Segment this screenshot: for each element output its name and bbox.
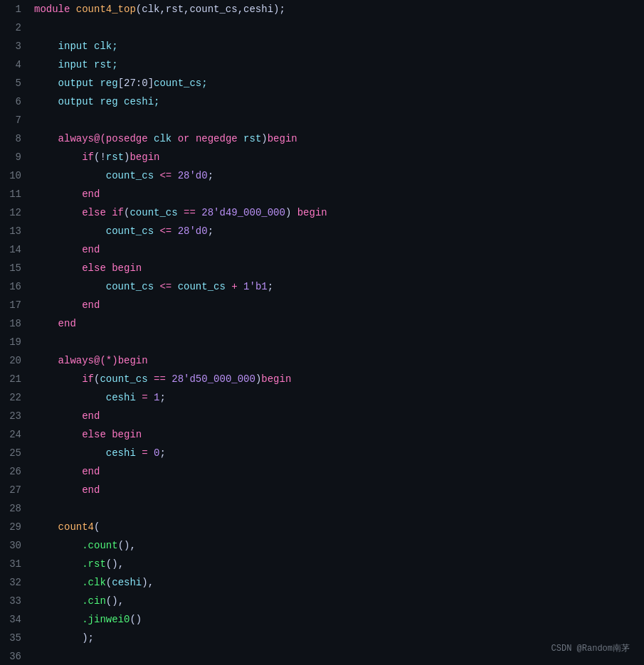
- code-token: count_cs: [34, 281, 159, 292]
- code-token: count_cs: [100, 373, 154, 385]
- code-token: output: [34, 96, 100, 107]
- code-token: ==: [184, 207, 201, 218]
- code-line: 24 else begin: [0, 425, 644, 444]
- line-number: 31: [0, 555, 30, 573]
- code-line: 15 else begin: [0, 259, 644, 277]
- code-line: 20 always@(*)begin: [0, 351, 644, 370]
- line-number: 28: [0, 499, 30, 518]
- code-line: 5 output reg[27:0]count_cs;: [0, 74, 644, 92]
- code-line: 6 output reg ceshi;: [0, 92, 644, 111]
- line-content: .count(),: [30, 536, 644, 555]
- code-line: 27 end: [0, 481, 644, 499]
- code-token: ceshi: [34, 392, 142, 403]
- code-line: 16 count_cs <= count_cs + 1'b1;: [0, 277, 644, 296]
- line-content: else begin: [30, 259, 644, 277]
- code-token: ceshi;: [124, 96, 159, 107]
- line-content: end: [30, 296, 644, 314]
- code-token: (!: [94, 151, 106, 163]
- code-token: 28'd50_000_000: [171, 373, 255, 385]
- code-token: 1'b1: [243, 281, 268, 292]
- code-token: @(*): [94, 355, 118, 366]
- code-token: or: [178, 133, 196, 144]
- code-line: 25 ceshi = 0;: [0, 444, 644, 462]
- line-number: 17: [0, 296, 30, 314]
- code-token: (: [94, 521, 100, 533]
- line-number: 26: [0, 462, 30, 481]
- code-token: .jinwei0: [34, 614, 130, 625]
- line-number: 4: [0, 55, 30, 74]
- code-token: .rst: [34, 558, 106, 570]
- line-content: module count4_top(clk,rst,count_cs,ceshi…: [30, 0, 644, 18]
- code-token: end: [34, 244, 100, 255]
- code-line: 30 .count(),: [0, 536, 644, 555]
- code-token: input: [34, 59, 94, 70]
- watermark: CSDN @Random南茅: [551, 639, 630, 658]
- line-number: 14: [0, 240, 30, 259]
- code-token: if: [34, 151, 94, 163]
- code-token: .cin: [34, 595, 106, 607]
- code-token: +: [231, 281, 243, 292]
- code-token: [27:0]: [118, 78, 154, 89]
- code-token: end: [34, 188, 100, 200]
- code-line: 2: [0, 18, 644, 37]
- code-lines: 1module count4_top(clk,rst,count_cs,cesh…: [0, 0, 644, 665]
- line-content: input clk;: [30, 37, 644, 55]
- code-token: ==: [154, 373, 171, 385]
- code-token: ;: [208, 225, 213, 237]
- code-token: );: [34, 632, 94, 644]
- line-content: [30, 111, 644, 129]
- code-token: count_cs: [130, 207, 184, 218]
- code-editor: 1module count4_top(clk,rst,count_cs,cesh…: [0, 0, 644, 665]
- code-token: negedge: [196, 133, 243, 144]
- code-token: output: [34, 78, 100, 89]
- line-number: 3: [0, 37, 30, 55]
- line-number: 34: [0, 610, 30, 629]
- line-content: if(!rst)begin: [30, 148, 644, 166]
- code-token: (clk,rst,count_cs,ceshi);: [136, 4, 285, 15]
- code-token: 28'd0: [178, 225, 208, 237]
- line-content: always@(posedge clk or negedge rst)begin: [30, 129, 644, 148]
- code-token: 28'd49_000_000: [201, 207, 285, 218]
- code-line: 28: [0, 499, 644, 518]
- line-number: 6: [0, 92, 30, 111]
- code-line: 32 .clk(ceshi),: [0, 573, 644, 592]
- line-content: end: [30, 314, 644, 333]
- code-token: input: [34, 41, 94, 52]
- line-number: 15: [0, 259, 30, 277]
- code-line: 8 always@(posedge clk or negedge rst)beg…: [0, 129, 644, 148]
- code-token: (: [106, 577, 112, 588]
- code-line: 23 end: [0, 407, 644, 425]
- line-content: input rst;: [30, 55, 644, 74]
- code-token: begin: [297, 207, 327, 218]
- code-line: 1module count4_top(clk,rst,count_cs,cesh…: [0, 0, 644, 18]
- code-token: begin: [112, 429, 142, 440]
- code-line: 18 end: [0, 314, 644, 333]
- line-content: else begin: [30, 425, 644, 444]
- line-content: always@(*)begin: [30, 351, 644, 370]
- code-token: <=: [159, 281, 177, 292]
- code-line: 7: [0, 111, 644, 129]
- code-token: @(: [94, 133, 106, 144]
- code-token: reg: [100, 96, 124, 107]
- line-content: end: [30, 185, 644, 203]
- code-token: end: [34, 484, 100, 496]
- line-content: [30, 499, 644, 518]
- line-number: 12: [0, 203, 30, 222]
- line-content: end: [30, 240, 644, 259]
- code-token: clk;: [94, 41, 118, 52]
- code-token: <=: [159, 170, 177, 181]
- line-number: 7: [0, 111, 30, 129]
- code-token: else: [34, 429, 112, 440]
- code-line: 31 .rst(),: [0, 555, 644, 573]
- code-token: ;: [159, 447, 165, 459]
- line-content: [30, 18, 644, 37]
- line-content: .rst(),: [30, 555, 644, 573]
- line-number: 8: [0, 129, 30, 148]
- code-line: 34 .jinwei0(): [0, 610, 644, 629]
- code-token: begin: [118, 355, 148, 366]
- line-number: 27: [0, 481, 30, 499]
- code-token: end: [34, 299, 100, 311]
- code-token: rst: [243, 133, 261, 144]
- line-content: .jinwei0(): [30, 610, 644, 629]
- code-token: (),: [106, 558, 124, 570]
